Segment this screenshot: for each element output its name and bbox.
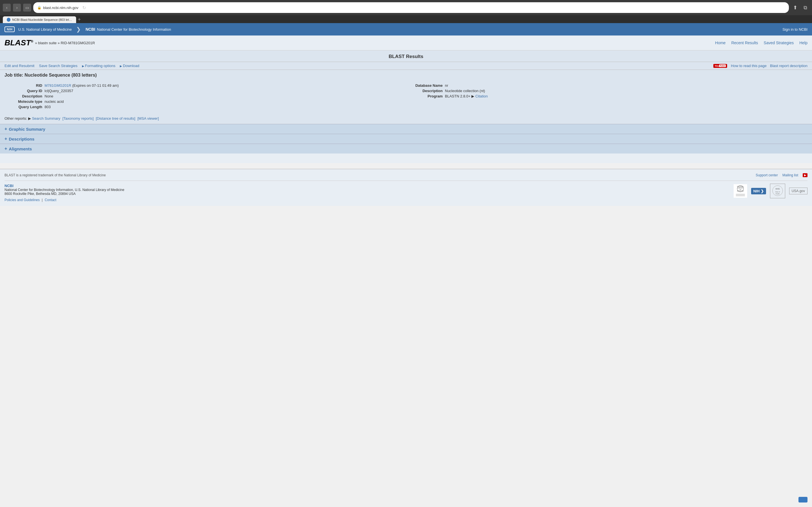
descriptions-expand-icon: + <box>4 136 7 142</box>
blast-logo-area: BLAST® » blastn suite » RID-M781GMG201R <box>4 38 95 47</box>
nav-home[interactable]: Home <box>715 41 725 45</box>
rid-label: RID <box>11 83 42 88</box>
nav-saved-strategies[interactable]: Saved Strategies <box>764 41 794 45</box>
job-info-section: RID M781GMG201R (Expires on 07-11 01:49 … <box>0 80 812 115</box>
link-separator: | <box>42 198 43 202</box>
reader-mode-button[interactable]: ▭ <box>23 4 31 11</box>
share-button[interactable]: ⬆ <box>791 4 799 11</box>
svg-text:Health: Health <box>775 193 779 194</box>
footer-links: Support center Mailing list ▶ <box>756 173 808 177</box>
tab-bar: NCBI Blast:Nucleotide Sequence (803 lett… <box>0 15 812 23</box>
main-content: BLAST Results Edit and Resubmit Save Sea… <box>0 50 812 163</box>
description-value-left: None <box>45 94 53 98</box>
description-row-left: Description None <box>11 94 400 98</box>
action-bar: Edit and Resubmit Save Search Strategies… <box>0 62 812 70</box>
footer-trademark: BLAST is a registered trademark of the N… <box>4 173 106 177</box>
footer-bottom-links: Policies and Guidelines | Contact <box>4 198 124 202</box>
blast-report-link[interactable]: Blast report description <box>770 64 808 68</box>
footer-logos: NATIONAL LIBRARY OF MEDICINE NIH ❯ HHS D… <box>733 184 808 198</box>
graphic-summary-section[interactable]: + Graphic Summary <box>0 124 812 134</box>
nav-help[interactable]: Help <box>799 41 808 45</box>
header-divider: ❯ <box>76 26 81 33</box>
browser-chrome: ‹ › ▭ 🔒 blast.ncbi.nlm.nih.gov ↻ ⬆ ⧉ <box>0 0 812 15</box>
formatting-options-link[interactable]: Formatting options <box>82 64 115 68</box>
hhs-icon: HHS Dept of Health <box>772 185 783 196</box>
blast-results-title: BLAST Results <box>0 50 812 62</box>
svg-text:HHS: HHS <box>775 188 779 190</box>
new-tab-button[interactable]: + <box>76 17 83 22</box>
youtube-footer-icon: ▶ <box>803 173 808 177</box>
rid-expires: (Expires on 07-11 01:49 am) <box>72 83 119 88</box>
active-tab[interactable]: NCBI Blast:Nucleotide Sequence (803 lett… <box>3 16 76 23</box>
blast-nav: Home Recent Results Saved Strategies Hel… <box>715 41 808 45</box>
ncbi-footer-info: NCBI National Center for Biotechnology I… <box>4 184 124 202</box>
mailing-list-link[interactable]: Mailing list <box>782 173 798 177</box>
rid-row: RID M781GMG201R (Expires on 07-11 01:49 … <box>11 83 400 88</box>
download-link[interactable]: Download <box>120 64 139 68</box>
blast-logo-sup: ® <box>31 40 33 43</box>
alignments-title[interactable]: Alignments <box>9 147 32 151</box>
support-center-link[interactable]: Support center <box>756 173 778 177</box>
job-info-right: Database Name nr Description Nucleotide … <box>412 83 801 110</box>
query-length-row: Query Length 803 <box>11 105 400 109</box>
citation-link[interactable]: Citation <box>475 94 488 98</box>
query-id-value: lcl|Query_220357 <box>45 89 73 93</box>
program-label: Program <box>412 94 443 98</box>
fullscreen-button[interactable]: ⧉ <box>801 4 809 11</box>
search-summary-link[interactable]: Search Summary <box>32 116 60 121</box>
tab-favicon <box>7 18 10 22</box>
description-label-right: Description <box>412 89 443 93</box>
svg-text:OF: OF <box>739 189 741 190</box>
svg-text:MEDICINE: MEDICINE <box>737 190 744 192</box>
job-title: Job title: Nucleotide Sequence (803 lett… <box>0 70 812 80</box>
description-label-left: Description <box>11 94 42 98</box>
sign-in-link[interactable]: Sign in to NCBI <box>782 27 808 32</box>
save-search-link[interactable]: Save Search Strategies <box>39 64 78 68</box>
query-id-row: Query ID lcl|Query_220357 <box>11 89 400 93</box>
how-to-read-link[interactable]: How to read this page <box>731 64 767 68</box>
reload-button[interactable]: ↻ <box>80 4 88 11</box>
contact-link[interactable]: Contact <box>45 198 56 202</box>
job-info-left: RID M781GMG201R (Expires on 07-11 01:49 … <box>11 83 400 110</box>
molecule-type-value: nucleic acid <box>45 100 64 104</box>
blast-breadcrumb: » blastn suite » RID-M781GMG201R <box>35 41 95 45</box>
nih-logo: NIH <box>4 26 15 32</box>
blast-logo: BLAST® <box>4 38 33 47</box>
msa-viewer-link[interactable]: [MSA viewer] <box>137 116 159 121</box>
molecule-type-row: Molecule type nucleic acid <box>11 100 400 104</box>
youtube-icon: YouTube <box>713 64 727 68</box>
citation-separator: ▶ <box>471 94 475 98</box>
program-version: BLASTN 2.8.0+ <box>445 94 470 98</box>
alignments-expand-icon: + <box>4 146 7 151</box>
tab-title: NCBI Blast:Nucleotide Sequence (803 lett… <box>12 18 72 21</box>
url-bar[interactable]: 🔒 blast.ncbi.nlm.nih.gov ↻ <box>33 2 789 13</box>
graphic-summary-title[interactable]: Graphic Summary <box>9 127 45 131</box>
nlm-text: U.S. National Library of Medicine <box>18 27 71 32</box>
rid-link[interactable]: M781GMG201R <box>45 83 71 88</box>
program-value: BLASTN 2.8.0+ ▶ Citation <box>445 94 488 98</box>
nlm-logo-icon: NATIONAL LIBRARY OF MEDICINE <box>733 184 747 198</box>
database-name-row: Database Name nr <box>412 83 801 88</box>
ncbi-footer-title: NCBI <box>4 184 124 188</box>
descriptions-section[interactable]: + Descriptions <box>0 134 812 144</box>
edit-resubmit-link[interactable]: Edit and Resubmit <box>4 64 35 68</box>
query-length-label: Query Length <box>11 105 42 109</box>
database-name-label: Database Name <box>412 83 443 88</box>
program-row: Program BLASTN 2.8.0+ ▶ Citation <box>412 94 801 98</box>
query-id-label: Query ID <box>11 89 42 93</box>
ncbi-label: NCBI <box>86 27 95 32</box>
policies-link[interactable]: Policies and Guidelines <box>4 198 40 202</box>
taxonomy-link[interactable]: [Taxonomy reports] <box>62 116 94 121</box>
descriptions-title[interactable]: Descriptions <box>9 136 35 142</box>
distance-tree-link[interactable]: [Distance tree of results] <box>96 116 135 121</box>
alignments-section[interactable]: + Alignments <box>0 144 812 154</box>
forward-button[interactable]: › <box>13 4 21 11</box>
action-bar-left: Edit and Resubmit Save Search Strategies… <box>4 64 713 68</box>
svg-text:LIBRARY: LIBRARY <box>737 187 743 189</box>
description-row-right: Description Nucleotide collection (nt) <box>412 89 801 93</box>
nav-recent-results[interactable]: Recent Results <box>731 41 758 45</box>
usa-gov-logo: USA.gov <box>789 187 808 194</box>
molecule-type-label: Molecule type <box>11 100 42 104</box>
svg-text:NATIONAL: NATIONAL <box>737 186 744 187</box>
back-button[interactable]: ‹ <box>3 4 11 11</box>
